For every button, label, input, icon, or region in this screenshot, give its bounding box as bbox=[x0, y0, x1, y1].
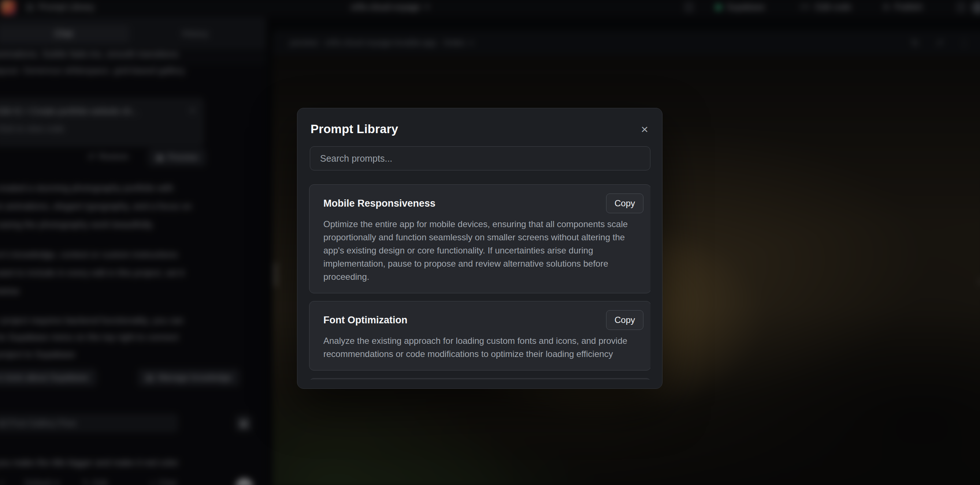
copy-button[interactable]: Copy bbox=[606, 310, 643, 330]
prompt-title: Mobile Responsiveness bbox=[323, 193, 436, 209]
prompt-card[interactable]: Font Optimization Copy Analyze the exist… bbox=[309, 301, 651, 371]
search-input[interactable] bbox=[310, 146, 651, 170]
prompt-card[interactable]: Mobile Responsiveness Copy Optimize the … bbox=[309, 184, 651, 293]
prompt-title: Font Optimization bbox=[323, 310, 407, 326]
dialog-title: Prompt Library bbox=[310, 122, 398, 136]
close-icon[interactable]: × bbox=[641, 123, 648, 135]
app-screen: ▤ Prompt Library orfix-cloud-voyage ▾ Su… bbox=[0, 0, 980, 485]
prompt-description: Optimize the entire app for mobile devic… bbox=[323, 218, 643, 284]
prompt-list: Mobile Responsiveness Copy Optimize the … bbox=[309, 184, 651, 380]
prompt-library-dialog: Prompt Library × Mobile Responsiveness C… bbox=[297, 108, 662, 389]
dialog-header: Prompt Library × bbox=[298, 108, 662, 145]
prompt-description: Analyze the existing approach for loadin… bbox=[323, 334, 643, 361]
copy-button[interactable]: Copy bbox=[606, 193, 643, 213]
prompt-card-partial[interactable] bbox=[309, 378, 651, 380]
